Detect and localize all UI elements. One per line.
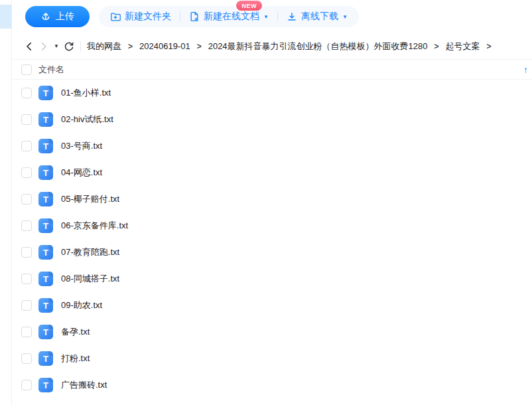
txt-file-icon: T	[38, 218, 53, 233]
forward-button[interactable]	[36, 39, 51, 54]
file-name[interactable]: 打粉.txt	[61, 353, 90, 364]
txt-file-icon-letter: T	[43, 89, 48, 98]
txt-file-icon: T	[38, 139, 53, 153]
file-name[interactable]: 01-鱼小样.txt	[61, 87, 111, 99]
txt-file-icon: T	[38, 245, 53, 260]
select-all-checkbox[interactable]	[21, 64, 32, 75]
breadcrumb-separator-icon: >	[434, 42, 439, 51]
new-folder-icon	[110, 11, 121, 22]
file-row[interactable]: T 01-鱼小样.txt	[13, 80, 532, 106]
download-icon	[287, 11, 297, 22]
row-checkbox[interactable]	[21, 88, 32, 98]
row-checkbox[interactable]	[21, 167, 32, 178]
row-checkbox[interactable]	[21, 327, 32, 337]
new-online-doc-label: 新建在线文档	[204, 11, 259, 23]
txt-file-icon: T	[38, 298, 53, 313]
nav-divider	[80, 41, 81, 52]
new-folder-label: 新建文件夹	[125, 11, 171, 23]
txt-file-icon-letter: T	[43, 222, 48, 230]
file-name[interactable]: 07-教育陪跑.txt	[61, 246, 119, 258]
row-checkbox[interactable]	[21, 247, 32, 258]
new-folder-button[interactable]: 新建文件夹	[110, 11, 171, 23]
main-panel: 上传 新建文件夹 NEW	[13, 0, 532, 398]
row-checkbox[interactable]	[21, 300, 32, 311]
txt-file-icon-letter: T	[43, 301, 48, 310]
back-button[interactable]	[22, 39, 36, 54]
new-badge: NEW	[236, 1, 262, 11]
offline-download-button[interactable]: 离线下载 ▼	[287, 11, 348, 23]
row-checkbox[interactable]	[21, 353, 32, 364]
file-row[interactable]: T 广告搬砖.txt	[13, 372, 532, 398]
file-name[interactable]: 广告搬砖.txt	[61, 379, 107, 391]
txt-file-icon: T	[38, 351, 53, 366]
upload-button-label: 上传	[56, 11, 74, 23]
file-name[interactable]: 03-号商.txt	[61, 140, 102, 152]
breadcrumb-item[interactable]: 20240619-01	[139, 41, 190, 51]
txt-file-icon: T	[38, 86, 53, 100]
upload-icon	[40, 11, 51, 22]
txt-file-icon: T	[38, 378, 53, 392]
file-row[interactable]: T 09-助农.txt	[13, 292, 532, 319]
file-name[interactable]: 02-hiv试纸.txt	[61, 114, 113, 125]
file-row[interactable]: T 08-同城搭子.txt	[13, 266, 532, 292]
txt-file-icon: T	[38, 272, 53, 286]
txt-file-icon-letter: T	[43, 169, 48, 177]
file-row[interactable]: T 04-网恋.txt	[13, 159, 532, 186]
file-name[interactable]: 05-椰子赔付.txt	[61, 193, 119, 205]
breadcrumb: 我的网盘>20240619-01>2024最新抖音暴力引流创业粉（自热模板）外面…	[87, 40, 492, 52]
upload-button[interactable]: 上传	[25, 6, 90, 27]
breadcrumb-item[interactable]: 我的网盘	[87, 40, 121, 52]
chevron-down-icon: ▼	[342, 15, 348, 20]
txt-file-icon: T	[38, 112, 53, 127]
sidebar-edge	[0, 0, 12, 405]
history-dropdown-button[interactable]: ▼	[51, 44, 62, 49]
txt-file-icon-letter: T	[43, 328, 48, 337]
sidebar-highlight	[0, 5, 12, 29]
file-name[interactable]: 备孕.txt	[61, 326, 90, 338]
filename-column-header: 文件名	[38, 64, 64, 76]
toolbar: 上传 新建文件夹 NEW	[13, 0, 532, 33]
txt-file-icon-letter: T	[43, 116, 48, 124]
cloud-drive-file-manager: 上传 新建文件夹 NEW	[0, 0, 532, 405]
file-list: T 01-鱼小样.txt T 02-hiv试纸.txt T 03-号商.txt …	[13, 80, 532, 398]
file-row[interactable]: T 07-教育陪跑.txt	[13, 239, 532, 266]
file-name[interactable]: 09-助农.txt	[61, 299, 102, 311]
file-row[interactable]: T 备孕.txt	[13, 319, 532, 345]
file-row[interactable]: T 打粉.txt	[13, 345, 532, 372]
row-checkbox[interactable]	[21, 114, 32, 125]
file-name[interactable]: 04-网恋.txt	[61, 167, 102, 179]
toolbar-divider	[180, 12, 180, 21]
txt-file-icon: T	[38, 165, 53, 180]
txt-file-icon-letter: T	[43, 381, 48, 390]
navigation-bar: ▼ 我的网盘>20240619-01>2024最新抖音暴力引流创业粉（自热模板）…	[13, 33, 532, 59]
new-online-doc-button[interactable]: NEW 新建在线文档 ▼	[189, 11, 269, 23]
refresh-icon	[64, 41, 74, 52]
file-row[interactable]: T 05-椰子赔付.txt	[13, 186, 532, 212]
toolbar-actions: 新建文件夹 NEW 新建在线文档 ▼	[99, 6, 359, 27]
txt-file-icon-letter: T	[43, 195, 48, 204]
breadcrumb-separator-icon: >	[197, 42, 202, 51]
file-row[interactable]: T 06-京东备件库.txt	[13, 212, 532, 239]
file-name[interactable]: 08-同城搭子.txt	[61, 273, 119, 285]
breadcrumb-separator-icon: >	[128, 42, 133, 51]
offline-download-label: 离线下载	[301, 11, 338, 23]
toolbar-divider	[277, 12, 278, 21]
breadcrumb-item[interactable]: 起号文案	[446, 40, 480, 52]
row-checkbox[interactable]	[21, 141, 32, 151]
chevron-right-icon	[38, 41, 49, 52]
file-row[interactable]: T 02-hiv试纸.txt	[13, 106, 532, 133]
file-name[interactable]: 06-京东备件库.txt	[61, 220, 128, 232]
caret-down-icon: ▼	[54, 43, 59, 49]
new-document-icon	[189, 11, 200, 22]
refresh-button[interactable]	[62, 39, 76, 54]
row-checkbox[interactable]	[21, 274, 32, 284]
row-checkbox[interactable]	[21, 220, 32, 231]
sort-ascending-icon[interactable]: ↑	[523, 64, 528, 75]
row-checkbox[interactable]	[21, 380, 32, 390]
row-checkbox[interactable]	[21, 194, 32, 204]
file-row[interactable]: T 03-号商.txt	[13, 133, 532, 159]
txt-file-icon: T	[38, 325, 53, 339]
chevron-down-icon: ▼	[263, 15, 269, 20]
breadcrumb-separator-icon: >	[487, 42, 492, 51]
breadcrumb-item[interactable]: 2024最新抖音暴力引流创业粉（自热模板）外面收费1280	[208, 40, 428, 52]
